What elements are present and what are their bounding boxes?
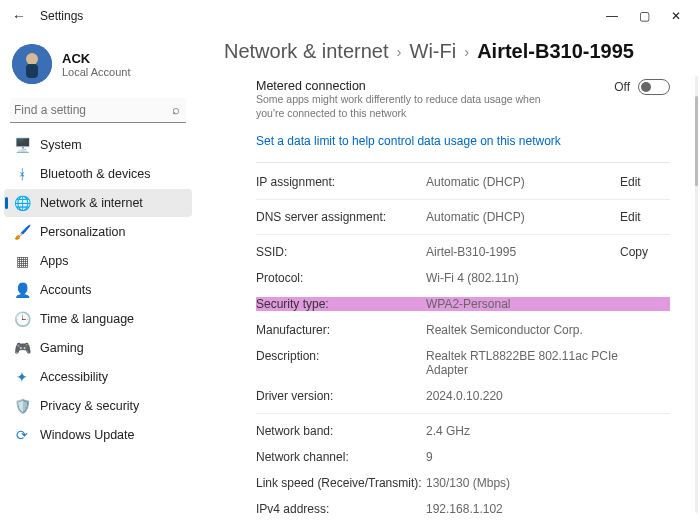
- nav-label: Apps: [40, 254, 69, 268]
- row-value: Automatic (DHCP): [426, 210, 620, 224]
- breadcrumb-l1[interactable]: Network & internet: [224, 40, 389, 63]
- maximize-button[interactable]: ▢: [628, 2, 660, 30]
- copy-button[interactable]: Copy: [620, 245, 670, 259]
- row-label: IP assignment:: [256, 175, 426, 189]
- row-value: Automatic (DHCP): [426, 175, 620, 189]
- metered-state: Off: [614, 80, 630, 94]
- sidebar-item-accessibility[interactable]: ✦Accessibility: [4, 363, 192, 391]
- nav-label: Windows Update: [40, 428, 135, 442]
- sidebar-item-gaming[interactable]: 🎮Gaming: [4, 334, 192, 362]
- search-input[interactable]: [10, 98, 186, 123]
- sidebar-item-windows-update[interactable]: ⟳Windows Update: [4, 421, 192, 449]
- nav-icon: 👤: [14, 282, 30, 298]
- row-label: Link speed (Receive/Transmit):: [256, 476, 426, 490]
- nav-icon: ᚼ: [14, 166, 30, 182]
- row-value: WPA2-Personal: [426, 297, 670, 311]
- sidebar-item-personalization[interactable]: 🖌️Personalization: [4, 218, 192, 246]
- nav-label: Personalization: [40, 225, 125, 239]
- row-label: Protocol:: [256, 271, 426, 285]
- main: Network & internet › Wi-Fi › Airtel-B310…: [200, 32, 700, 525]
- info-table: IP assignment: Automatic (DHCP) Edit DNS…: [224, 169, 670, 525]
- breadcrumb-l2[interactable]: Wi-Fi: [410, 40, 457, 63]
- row-value: 130/130 (Mbps): [426, 476, 670, 490]
- nav: 🖥️SystemᚼBluetooth & devices🌐Network & i…: [4, 131, 192, 449]
- row-label: Network band:: [256, 424, 426, 438]
- nav-icon: 🎮: [14, 340, 30, 356]
- metered-connection: Metered connection Some apps might work …: [224, 77, 670, 128]
- sidebar-item-privacy-security[interactable]: 🛡️Privacy & security: [4, 392, 192, 420]
- row-label: Description:: [256, 349, 426, 363]
- edit-button[interactable]: Edit: [620, 210, 670, 224]
- security-type-row: Security type: WPA2-Personal: [256, 291, 670, 317]
- row-value: Realtek Semiconductor Corp.: [426, 323, 670, 337]
- close-button[interactable]: ✕: [660, 2, 692, 30]
- nav-icon: 🖥️: [14, 137, 30, 153]
- nav-icon: ▦: [14, 253, 30, 269]
- profile[interactable]: ACK Local Account: [4, 40, 192, 96]
- metered-title: Metered connection: [256, 79, 566, 93]
- sidebar: ACK Local Account ⌕ 🖥️SystemᚼBluetooth &…: [0, 32, 200, 525]
- svg-rect-2: [26, 64, 38, 78]
- svg-point-1: [26, 53, 38, 65]
- row-value: 2.4 GHz: [426, 424, 670, 438]
- minimize-button[interactable]: —: [596, 2, 628, 30]
- scrollbar-thumb[interactable]: [695, 96, 698, 186]
- metered-toggle[interactable]: [638, 79, 670, 95]
- nav-label: Network & internet: [40, 196, 143, 210]
- window-title: Settings: [40, 9, 83, 23]
- sidebar-item-apps[interactable]: ▦Apps: [4, 247, 192, 275]
- nav-icon: 🖌️: [14, 224, 30, 240]
- chevron-right-icon: ›: [397, 43, 402, 60]
- row-label: Manufacturer:: [256, 323, 426, 337]
- profile-sub: Local Account: [62, 66, 131, 78]
- row-label: DNS server assignment:: [256, 210, 426, 224]
- row-value: Realtek RTL8822BE 802.11ac PCIe Adapter: [426, 349, 670, 377]
- sidebar-item-network-internet[interactable]: 🌐Network & internet: [4, 189, 192, 217]
- row-value: 9: [426, 450, 670, 464]
- window-controls: — ▢ ✕: [596, 2, 692, 30]
- row-value: Wi-Fi 4 (802.11n): [426, 271, 670, 285]
- nav-label: Accounts: [40, 283, 91, 297]
- data-limit-link[interactable]: Set a data limit to help control data us…: [224, 128, 670, 162]
- scrollbar[interactable]: [695, 76, 698, 513]
- sidebar-item-system[interactable]: 🖥️System: [4, 131, 192, 159]
- row-label: IPv4 address:: [256, 502, 426, 516]
- sidebar-item-accounts[interactable]: 👤Accounts: [4, 276, 192, 304]
- titlebar: ← Settings — ▢ ✕: [0, 0, 700, 32]
- nav-label: Bluetooth & devices: [40, 167, 151, 181]
- divider: [256, 162, 670, 163]
- nav-icon: ✦: [14, 369, 30, 385]
- chevron-right-icon: ›: [464, 43, 469, 60]
- nav-label: System: [40, 138, 82, 152]
- avatar: [12, 44, 52, 84]
- nav-icon: 🕒: [14, 311, 30, 327]
- row-label: Network channel:: [256, 450, 426, 464]
- row-label: Driver version:: [256, 389, 426, 403]
- row-value: 2024.0.10.220: [426, 389, 670, 403]
- nav-label: Gaming: [40, 341, 84, 355]
- breadcrumb: Network & internet › Wi-Fi › Airtel-B310…: [224, 40, 670, 63]
- edit-button[interactable]: Edit: [620, 175, 670, 189]
- sidebar-item-time-language[interactable]: 🕒Time & language: [4, 305, 192, 333]
- row-label: Security type:: [256, 297, 426, 311]
- breadcrumb-current: Airtel-B310-1995: [477, 40, 634, 63]
- row-value: 192.168.1.102: [426, 502, 670, 516]
- row-label: SSID:: [256, 245, 426, 259]
- sidebar-item-bluetooth-devices[interactable]: ᚼBluetooth & devices: [4, 160, 192, 188]
- nav-label: Accessibility: [40, 370, 108, 384]
- profile-name: ACK: [62, 51, 131, 66]
- back-button[interactable]: ←: [8, 6, 30, 26]
- search-icon[interactable]: ⌕: [172, 102, 180, 117]
- nav-icon: 🌐: [14, 195, 30, 211]
- nav-label: Time & language: [40, 312, 134, 326]
- nav-icon: 🛡️: [14, 398, 30, 414]
- nav-label: Privacy & security: [40, 399, 139, 413]
- nav-icon: ⟳: [14, 427, 30, 443]
- row-value: Airtel-B310-1995: [426, 245, 620, 259]
- metered-desc: Some apps might work differently to redu…: [256, 93, 566, 120]
